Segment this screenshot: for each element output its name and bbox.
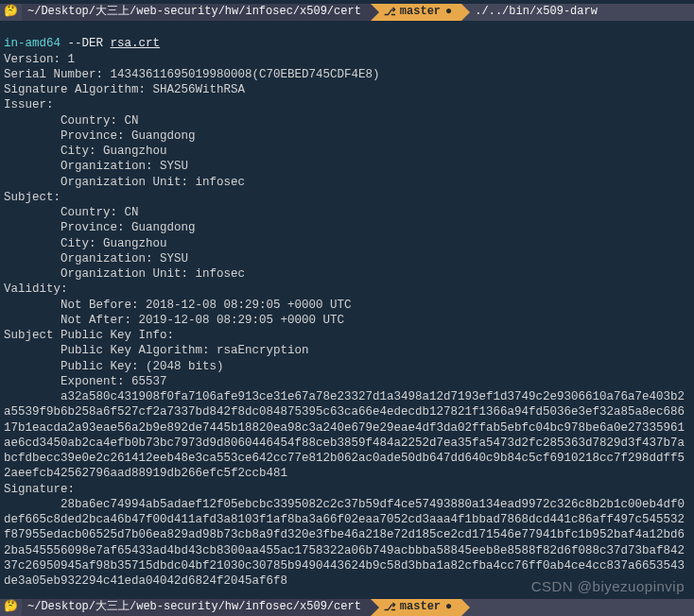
issuer-province-label: Province: — [61, 129, 125, 143]
issuer-country-label: Country: — [61, 114, 117, 128]
subject-province-label: Province: — [61, 221, 125, 234]
command-input-area[interactable] — [461, 599, 694, 616]
branch-icon: ⎇ — [384, 6, 396, 19]
validity-label: Validity: — [4, 282, 68, 296]
dirty-indicator: ● — [445, 600, 452, 615]
issuer-ou: infosec — [196, 176, 246, 189]
notbefore-label: Not Before: — [61, 299, 139, 312]
issuer-country: CN — [125, 114, 139, 128]
sigalgo-value: SHA256WithRSA — [153, 83, 246, 96]
command-text: ./../bin/x509-darw — [461, 4, 694, 21]
git-branch-segment: ⎇ master ● — [371, 4, 461, 21]
subject-country-label: Country: — [61, 206, 117, 219]
subject-ou-label: Organization Unit: — [61, 267, 188, 281]
serial-label: Serial Number: — [4, 68, 103, 81]
cmd-file-arg: rsa.crt — [111, 37, 161, 50]
version-value: 1 — [68, 53, 76, 66]
spki-label: Subject Public Key Info: — [4, 329, 174, 342]
subject-org-label: Organization: — [61, 252, 153, 265]
modulus-hex: a32a580c431908f0fa7106afe913ce31e67a78e2… — [4, 390, 685, 480]
issuer-ou-label: Organization Unit: — [61, 176, 188, 189]
subject-city-label: City: — [61, 237, 96, 250]
branch-name: master — [400, 600, 441, 615]
dirty-indicator: ● — [445, 5, 452, 20]
branch-icon: ⎇ — [384, 601, 396, 614]
pubkey-algo-label: Public Key Algorithm: — [61, 344, 210, 357]
exponent-value: 65537 — [131, 375, 167, 388]
signature-label: Signature: — [4, 483, 75, 496]
issuer-org-label: Organization: — [61, 160, 153, 173]
issuer-label: Issuer: — [4, 98, 54, 111]
pubkey-label: Public Key: — [61, 360, 139, 373]
cmd-flag: --DER — [68, 37, 104, 50]
prompt-line-top[interactable]: 🤔 ~/Desktop/大三上/web-security/hw/infosec/… — [0, 4, 694, 21]
subject-province: Guangdong — [131, 221, 196, 234]
prompt-emoji: 🤔 — [0, 600, 22, 615]
notafter-label: Not After: — [61, 314, 131, 327]
subject-city: Guangzhou — [103, 237, 167, 250]
cmd-continuation-prefix: in-amd64 — [4, 37, 61, 50]
subject-ou: infosec — [196, 267, 246, 281]
pubkey-algo: rsaEncryption — [217, 344, 309, 357]
signature-hex: 28ba6ec74994ab5adaef12f05ebcbc3395082c2c… — [4, 498, 685, 588]
issuer-city: Guangzhou — [103, 145, 167, 158]
sigalgo-label: Signature Algorithm: — [4, 83, 146, 96]
issuer-org: SYSU — [160, 160, 188, 173]
notafter-value: 2019-12-08 08:29:05 +0000 UTC — [139, 314, 345, 327]
git-branch-segment: ⎇ master ● — [371, 599, 461, 616]
notbefore-value: 2018-12-08 08:29:05 +0000 UTC — [146, 299, 352, 312]
branch-name: master — [400, 5, 441, 20]
terminal-output: in-amd64 --DER rsa.crt Version: 1 Serial… — [0, 21, 694, 589]
exponent-label: Exponent: — [61, 375, 125, 388]
subject-org: SYSU — [160, 252, 188, 265]
subject-label: Subject: — [4, 191, 61, 204]
serial-value: 14343611695019980008(C70EBED745CDF4E8) — [111, 68, 380, 81]
prompt-line-bottom[interactable]: 🤔 ~/Desktop/大三上/web-security/hw/infosec/… — [0, 599, 694, 616]
subject-country: CN — [125, 206, 139, 219]
version-label: Version: — [4, 53, 61, 66]
issuer-province: Guangdong — [131, 129, 196, 143]
pubkey-bits: (2048 bits) — [146, 360, 224, 373]
issuer-city-label: City: — [61, 145, 96, 158]
prompt-path: ~/Desktop/大三上/web-security/hw/infosec/x5… — [22, 4, 371, 21]
prompt-path: ~/Desktop/大三上/web-security/hw/infosec/x5… — [22, 599, 371, 616]
prompt-emoji: 🤔 — [0, 5, 22, 20]
watermark: CSDN @biyezuopinvip — [531, 577, 685, 596]
